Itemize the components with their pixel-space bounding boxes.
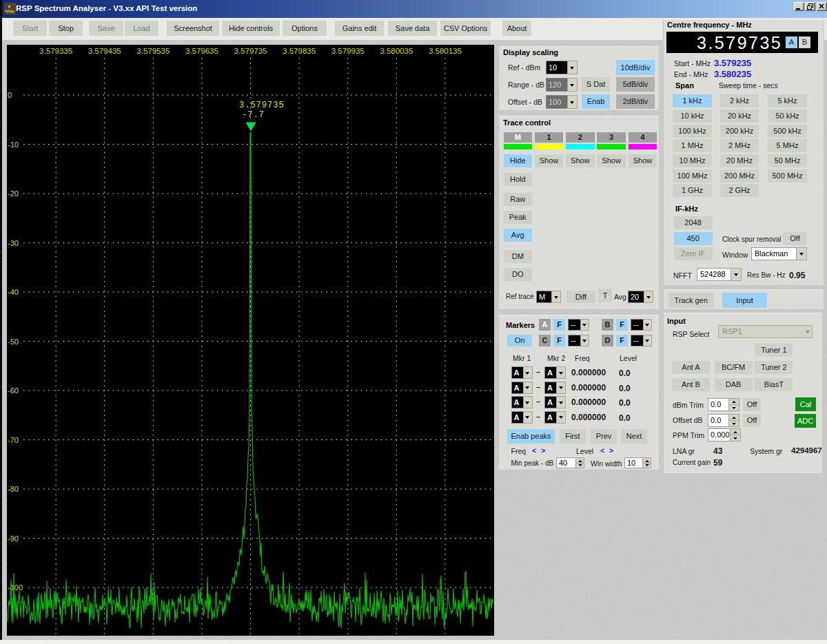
svg-text:-7.7: -7.7: [242, 110, 265, 120]
svg-text:3.579335: 3.579335: [39, 47, 72, 55]
svg-text:3.579735: 3.579735: [234, 47, 267, 55]
svg-text:3.579835: 3.579835: [283, 47, 316, 55]
svg-text:-100: -100: [8, 583, 23, 592]
svg-text:0: 0: [8, 91, 12, 99]
svg-text:3.579735: 3.579735: [239, 101, 285, 110]
svg-text:-20: -20: [8, 189, 19, 198]
svg-text:3.579535: 3.579535: [136, 47, 170, 55]
svg-text:-40: -40: [8, 288, 19, 296]
svg-text:-80: -80: [8, 485, 19, 493]
svg-text:-60: -60: [8, 386, 19, 395]
svg-text:3.579935: 3.579935: [331, 47, 365, 55]
svg-text:3.579435: 3.579435: [88, 47, 121, 55]
svg-text:-10: -10: [8, 141, 19, 149]
svg-text:3.580135: 3.580135: [429, 47, 462, 55]
svg-text:3.580035: 3.580035: [380, 47, 413, 55]
svg-text:-30: -30: [8, 239, 19, 247]
svg-text:-90: -90: [8, 534, 19, 543]
svg-text:-50: -50: [8, 337, 19, 346]
svg-text:3.579635: 3.579635: [185, 47, 218, 55]
svg-text:-70: -70: [8, 436, 19, 444]
